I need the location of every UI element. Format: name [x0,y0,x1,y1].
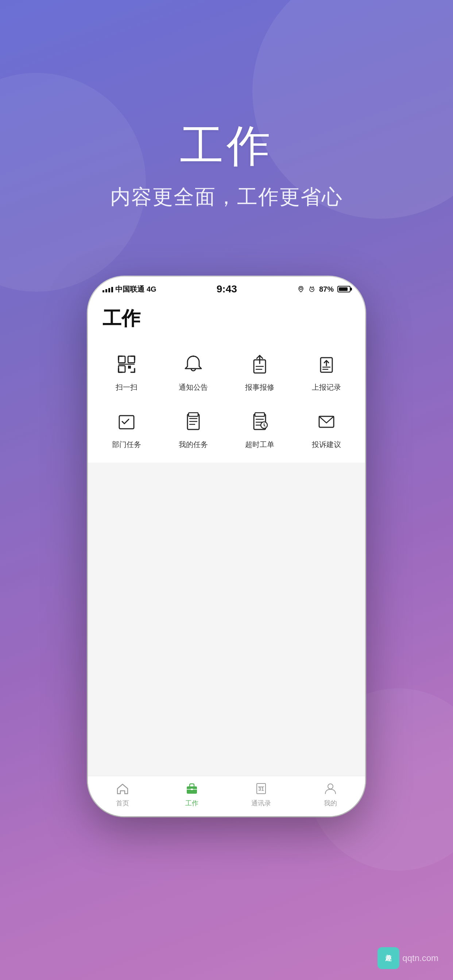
hero-subtitle: 内容更全面，工作更省心 [110,183,343,211]
watermark: 趣 qqtn.com [378,947,439,969]
work-tab-label: 工作 [185,799,198,808]
scan-label: 扫一扫 [116,382,137,392]
status-right: 87% [297,285,351,293]
mine-tab-icon [322,781,338,797]
carrier-label: 中国联通 [115,285,144,294]
svg-text:趣: 趣 [385,955,392,962]
grid-item-overtime[interactable]: 超时工单 [228,402,292,455]
status-time: 9:43 [217,283,237,295]
alarm-icon [308,285,316,293]
svg-line-5 [313,286,314,287]
svg-rect-7 [118,366,125,372]
my-task-icon [179,407,207,435]
svg-point-11 [193,355,194,357]
signal-bar-1 [102,290,104,293]
notice-icon [179,350,207,378]
app-page-title: 工作 [102,306,351,331]
grid-item-scan[interactable]: 扫一扫 [95,345,158,398]
grid-item-notice[interactable]: 通知公告 [162,345,225,398]
svg-point-42 [328,784,333,789]
grid-item-upload-record[interactable]: 上报记录 [295,345,358,398]
tab-item-home[interactable]: 首页 [88,781,157,808]
complaint-label: 投诉建议 [312,440,341,450]
app-content: 工作 [88,299,365,816]
signal-bar-4 [111,287,113,293]
notice-label: 通知公告 [179,382,208,392]
svg-rect-38 [191,789,193,790]
app-header: 工作 [88,299,365,337]
dept-task-icon [113,407,140,435]
complaint-icon [313,407,340,435]
location-icon [297,285,305,293]
status-bar: 中国联通 4G 9:43 [88,277,365,299]
phone-mockup: 中国联通 4G 9:43 [88,277,365,816]
grid-item-report[interactable]: 报事报修 [228,345,292,398]
work-tab-icon [184,781,200,797]
upload-record-icon [313,350,340,378]
home-tab-label: 首页 [116,799,129,808]
dept-task-label: 部门任务 [112,440,141,450]
overtime-icon [246,407,274,435]
phone-frame: 中国联通 4G 9:43 [88,277,365,816]
home-tab-icon [115,781,131,797]
svg-rect-33 [255,413,265,416]
grid-item-my-task[interactable]: 我的任务 [162,402,225,455]
watermark-site: qqtn.com [402,953,439,963]
svg-point-0 [300,287,302,290]
signal-bar-2 [105,289,107,293]
hero-title: 工作 [180,117,273,176]
grid-item-dept-task[interactable]: 部门任务 [95,402,158,455]
battery-percent: 87% [319,285,334,293]
signal-bar-3 [108,288,110,293]
contacts-tab-icon: 31 [253,781,269,797]
svg-line-4 [310,286,311,287]
contacts-tab-label: 通讯录 [251,799,271,808]
grid-item-complaint[interactable]: 投诉建议 [295,402,358,455]
svg-rect-9 [128,366,131,369]
signal-bars [102,286,113,293]
watermark-icon: 趣 [378,947,399,969]
report-label: 报事报修 [245,382,274,392]
mine-tab-label: 我的 [324,799,337,808]
tab-item-mine[interactable]: 我的 [296,781,365,808]
svg-rect-25 [188,413,198,416]
report-icon [246,350,274,378]
tab-bar: 首页 工作 [88,776,365,816]
svg-rect-6 [118,356,125,363]
svg-rect-8 [128,356,135,363]
network-label: 4G [147,285,156,293]
scan-icon [113,350,140,378]
gray-content-area [88,463,365,776]
battery-icon [337,286,351,293]
tab-item-contacts[interactable]: 31 通讯录 [226,781,296,808]
overtime-label: 超时工单 [245,440,274,450]
status-left: 中国联通 4G [102,285,156,294]
battery-fill [339,287,348,291]
hero-section: 工作 内容更全面，工作更省心 [110,117,343,211]
tab-item-work[interactable]: 工作 [157,781,226,808]
upload-record-label: 上报记录 [312,382,341,392]
icon-grid: 扫一扫 通知公告 [88,337,365,463]
my-task-label: 我的任务 [179,440,208,450]
page-container: 工作 内容更全面，工作更省心 中国联通 4G 9:43 [0,0,453,980]
